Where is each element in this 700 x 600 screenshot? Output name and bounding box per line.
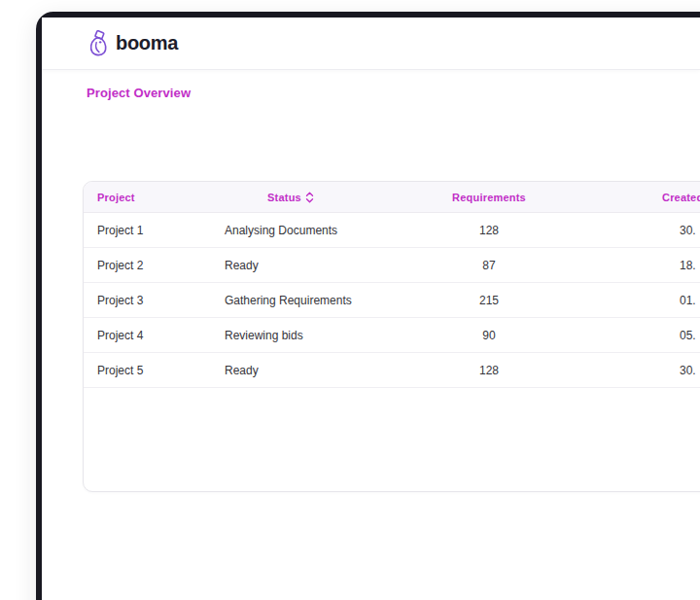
cell-project: Project 4 <box>84 329 211 342</box>
table-row[interactable]: Project 3 Gathering Requirements 215 01. <box>84 283 700 318</box>
table-header-row: Project Status Requirements Created <box>84 182 700 213</box>
cell-status: Gathering Requirements <box>211 294 370 307</box>
owl-icon <box>87 30 110 57</box>
cell-project: Project 3 <box>84 294 211 307</box>
cell-requirements: 90 <box>370 329 608 342</box>
column-header-created[interactable]: Created <box>608 192 700 203</box>
column-header-status-label: Status <box>267 192 301 203</box>
cell-status: Analysing Documents <box>211 224 370 237</box>
cell-created: 30. <box>608 224 700 237</box>
cell-project: Project 1 <box>84 224 211 237</box>
table-row[interactable]: Project 4 Reviewing bids 90 05. <box>84 318 700 353</box>
table-row[interactable]: Project 2 Ready 87 18. <box>84 248 700 283</box>
cell-project: Project 2 <box>84 259 211 272</box>
cell-requirements: 128 <box>370 364 608 377</box>
cell-created: 05. <box>608 329 700 342</box>
projects-table: Project Status Requirements Created Proj… <box>83 181 700 492</box>
cell-created: 01. <box>608 294 700 307</box>
app-screen: booma Project Overview Project Status Re… <box>42 18 700 600</box>
sort-icon[interactable] <box>305 192 314 203</box>
cell-status: Reviewing bids <box>211 329 370 342</box>
cell-project: Project 5 <box>84 364 211 377</box>
cell-created: 30. <box>608 364 700 377</box>
cell-requirements: 128 <box>370 224 608 237</box>
brand-logo[interactable]: booma <box>87 30 178 57</box>
cell-requirements: 215 <box>370 294 608 307</box>
cell-status: Ready <box>211 364 370 377</box>
cell-requirements: 87 <box>370 259 608 272</box>
column-header-requirements[interactable]: Requirements <box>370 192 608 203</box>
table-row[interactable]: Project 5 Ready 128 30. <box>84 353 700 388</box>
column-header-project[interactable]: Project <box>84 192 211 203</box>
cell-created: 18. <box>608 259 700 272</box>
top-navbar: booma <box>42 18 700 70</box>
column-header-status[interactable]: Status <box>211 192 370 203</box>
brand-name: booma <box>116 32 178 54</box>
cell-status: Ready <box>211 259 370 272</box>
table-row[interactable]: Project 1 Analysing Documents 128 30. <box>84 213 700 248</box>
page-title: Project Overview <box>87 86 191 100</box>
